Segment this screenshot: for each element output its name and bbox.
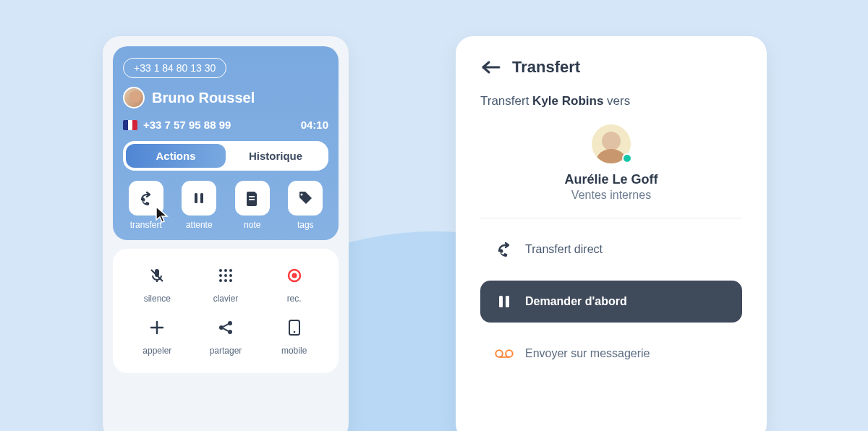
voicemail-icon bbox=[495, 347, 514, 360]
caller-avatar bbox=[123, 87, 145, 108]
svg-point-12 bbox=[224, 274, 227, 277]
status-online-icon bbox=[622, 153, 632, 163]
tags-button[interactable]: tags bbox=[283, 181, 329, 230]
svg-point-11 bbox=[219, 274, 222, 277]
mute-icon bbox=[148, 267, 166, 284]
note-button[interactable]: note bbox=[229, 181, 276, 230]
target-role: Ventes internes bbox=[571, 189, 651, 202]
note-label: note bbox=[244, 220, 260, 230]
option-ask-label: Demander d'abord bbox=[525, 295, 627, 308]
svg-rect-2 bbox=[249, 196, 255, 197]
keypad-label: clavier bbox=[213, 294, 239, 304]
svg-point-10 bbox=[229, 269, 232, 272]
keypad-icon bbox=[218, 268, 234, 283]
call-panel: +33 1 84 80 13 30 Bruno Roussel +33 7 57… bbox=[103, 36, 349, 431]
transfer-target: Aurélie Le Goff Ventes internes bbox=[480, 124, 742, 218]
tabs: Actions Historique bbox=[123, 141, 328, 171]
option-voicemail-label: Envoyer sur messagerie bbox=[525, 347, 650, 360]
mute-button[interactable]: silence bbox=[124, 262, 190, 304]
svg-point-18 bbox=[292, 273, 297, 278]
option-direct-transfer[interactable]: Transfert direct bbox=[480, 229, 742, 270]
transfer-label: transfert bbox=[130, 220, 162, 230]
svg-point-31 bbox=[495, 350, 503, 357]
svg-point-14 bbox=[219, 279, 222, 282]
tag-icon bbox=[297, 190, 313, 206]
svg-point-16 bbox=[229, 279, 232, 282]
tab-history[interactable]: Historique bbox=[226, 144, 326, 168]
pause-icon bbox=[192, 191, 206, 205]
transfer-title: Transfert bbox=[512, 58, 580, 77]
call-label: appeler bbox=[142, 346, 171, 356]
svg-point-13 bbox=[229, 274, 232, 277]
svg-rect-3 bbox=[249, 199, 255, 200]
caller-name: Bruno Roussel bbox=[152, 90, 255, 106]
target-name: Aurélie Le Goff bbox=[564, 172, 658, 187]
svg-point-27 bbox=[293, 331, 295, 333]
call-button[interactable]: appeler bbox=[124, 314, 190, 356]
svg-point-4 bbox=[301, 194, 303, 196]
back-arrow-icon[interactable] bbox=[480, 60, 502, 74]
transfer-subtitle: Transfert Kyle Robins vers bbox=[480, 94, 742, 108]
hold-label: attente bbox=[186, 220, 213, 230]
share-label: partager bbox=[210, 346, 242, 356]
svg-rect-0 bbox=[195, 193, 197, 203]
mobile-icon bbox=[288, 319, 301, 336]
svg-rect-29 bbox=[499, 296, 503, 307]
record-label: rec. bbox=[287, 294, 302, 304]
share-button[interactable]: partager bbox=[193, 314, 258, 356]
note-icon bbox=[245, 190, 260, 206]
transfer-panel: Transfert Transfert Kyle Robins vers Aur… bbox=[456, 36, 767, 431]
svg-point-32 bbox=[506, 350, 513, 357]
mobile-button[interactable]: mobile bbox=[262, 314, 327, 356]
transfer-icon bbox=[137, 189, 155, 207]
keypad-button[interactable]: clavier bbox=[193, 262, 258, 304]
hold-button[interactable]: attente bbox=[176, 181, 223, 230]
svg-point-15 bbox=[224, 279, 227, 282]
option-ask-first[interactable]: Demander d'abord bbox=[480, 281, 742, 323]
option-direct-label: Transfert direct bbox=[525, 243, 603, 256]
svg-rect-1 bbox=[200, 193, 203, 203]
mobile-label: mobile bbox=[281, 346, 307, 356]
svg-point-8 bbox=[219, 269, 222, 272]
share-icon bbox=[218, 320, 234, 336]
caller-number: +33 7 57 95 88 99 bbox=[143, 119, 231, 131]
pause-icon bbox=[497, 294, 511, 309]
caller-row: Bruno Roussel bbox=[123, 87, 328, 108]
tags-label: tags bbox=[297, 220, 314, 230]
svg-point-9 bbox=[224, 269, 227, 272]
call-duration: 04:10 bbox=[301, 119, 328, 131]
svg-line-24 bbox=[223, 324, 228, 327]
flag-fr-icon bbox=[123, 120, 137, 130]
record-icon bbox=[286, 268, 302, 283]
svg-line-25 bbox=[223, 328, 228, 331]
transfer-icon bbox=[495, 240, 514, 259]
line-number-pill[interactable]: +33 1 84 80 13 30 bbox=[123, 58, 226, 78]
record-button[interactable]: rec. bbox=[262, 262, 327, 304]
transfer-button[interactable]: transfert bbox=[123, 181, 169, 230]
svg-rect-30 bbox=[506, 296, 509, 307]
active-call-card: +33 1 84 80 13 30 Bruno Roussel +33 7 57… bbox=[113, 46, 339, 240]
call-controls: silence clavier bbox=[113, 249, 339, 373]
option-voicemail[interactable]: Envoyer sur messagerie bbox=[480, 333, 742, 375]
mute-label: silence bbox=[144, 294, 171, 304]
tab-actions[interactable]: Actions bbox=[126, 144, 226, 168]
plus-icon bbox=[149, 320, 165, 336]
